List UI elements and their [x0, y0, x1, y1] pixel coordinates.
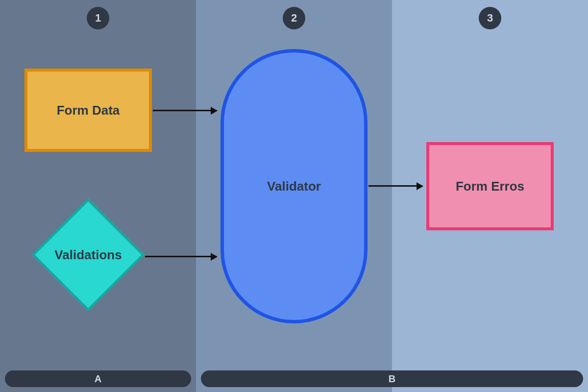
- arrow-validator-to-errors: [368, 185, 422, 187]
- column-badge-2-label: 2: [291, 12, 297, 24]
- region-b-label: B: [389, 373, 395, 385]
- node-validations-label: Validations: [54, 247, 122, 263]
- node-form-data-label: Form Data: [57, 103, 120, 118]
- diagram-canvas: 1 2 3 Form Data Validations Validator Fo…: [0, 0, 588, 392]
- region-b: B: [201, 370, 583, 387]
- region-a: A: [5, 370, 191, 387]
- column-1: [0, 0, 196, 392]
- node-form-errors: Form Erros: [426, 142, 554, 230]
- column-badge-3: 3: [479, 7, 501, 29]
- region-a-label: A: [95, 373, 101, 385]
- node-validations: Validations: [34, 201, 142, 309]
- node-validator-label: Validator: [267, 179, 321, 194]
- node-form-data: Form Data: [24, 69, 152, 152]
- node-form-errors-label: Form Erros: [456, 179, 524, 194]
- column-badge-1-label: 1: [95, 12, 101, 24]
- column-badge-2: 2: [283, 7, 305, 29]
- column-badge-3-label: 3: [487, 12, 493, 24]
- column-badge-1: 1: [87, 7, 109, 29]
- node-validator: Validator: [220, 49, 368, 323]
- arrow-validations-to-validator: [145, 256, 217, 257]
- arrow-formdata-to-validator: [153, 110, 217, 111]
